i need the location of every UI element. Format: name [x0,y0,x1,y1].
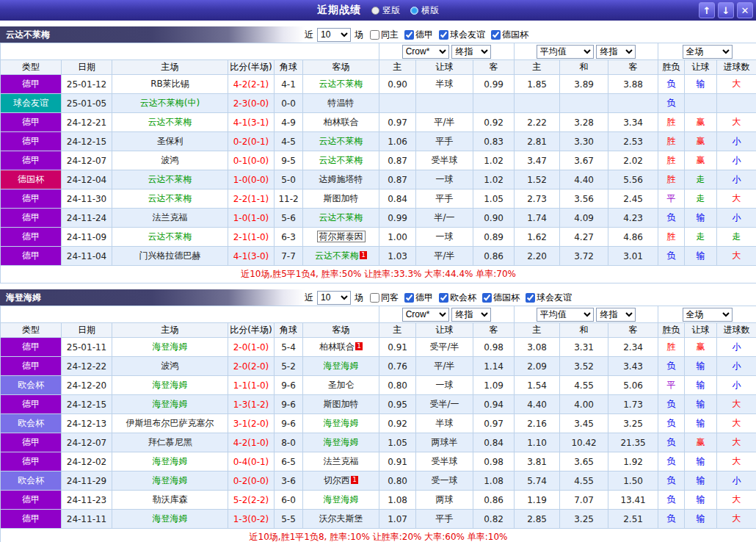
team-name[interactable]: 海登海姆 [153,380,188,390]
scroll-down-button[interactable]: ↓ [718,2,734,18]
filter-checkbox[interactable]: 同主 [370,29,399,41]
eu-away-odds: 5.56 [608,170,658,189]
corner-score: 5-5 [275,510,303,529]
team-name[interactable]: 波鸿 [161,155,179,165]
scope-select[interactable]: 全场 [683,45,733,59]
filter-checkbox[interactable]: 德甲 [404,29,433,41]
team-name[interactable]: 圣保利 [157,136,183,146]
team-name[interactable]: 海登海姆 [153,513,188,524]
team-name[interactable]: 云达不莱梅 [148,231,192,242]
team-name[interactable]: 法兰克福 [324,456,359,466]
scroll-up-button[interactable]: ↑ [699,2,715,18]
team-name[interactable]: 斯图加特 [324,399,359,409]
league-type-cell: 欧会杯 [1,471,62,491]
eu-away-odds [608,94,658,113]
team-name[interactable]: 达姆施塔特 [319,174,363,184]
team-name[interactable]: 海登海姆 [153,399,188,409]
team-name[interactable]: 波鸿 [161,361,179,371]
team-name[interactable]: 圣加仑 [328,380,355,390]
team-name[interactable]: 海登海姆 [324,418,359,428]
filter-checkbox[interactable]: 德国杯 [491,29,528,41]
team-name[interactable]: 拜仁慕尼黑 [148,437,192,447]
checkbox-input[interactable] [491,30,501,40]
team-name[interactable]: 沃尔夫斯堡 [319,513,363,524]
team-name[interactable]: 云达不莱梅 [319,79,363,89]
checkbox-input[interactable] [370,293,379,303]
asia-odds-type-select[interactable]: 终指 [451,308,491,322]
team-name[interactable]: 云达不莱梅 [148,193,192,203]
team-name[interactable]: 海登海姆 [153,342,188,352]
team-name[interactable]: 云达不莱梅 [319,155,363,165]
asia-odds-controls: Crow* 终指 [379,306,515,323]
team-name[interactable]: 海登海姆 [153,456,188,466]
europe-source-select[interactable]: 平均值 [537,308,594,322]
eu-draw-odds: 3.65 [560,452,608,471]
team-name[interactable]: 斯图加特 [324,193,359,203]
team-name[interactable]: 云达不莱梅 [148,117,192,127]
asia-home-odds: 0.90 [379,75,416,94]
team-name[interactable]: 门兴格拉德巴赫 [139,250,201,261]
team-name[interactable]: 法兰克福 [153,212,188,223]
filter-checkbox[interactable]: 球会友谊 [526,292,572,304]
asia-odds-type-select[interactable]: 终指 [451,45,491,59]
filter-checkbox[interactable]: 欧会杯 [439,292,476,304]
col-result: 胜负 [658,323,685,338]
team-name[interactable]: 柏林联合 [319,342,355,352]
home-team-cell: 圣保利 [112,132,228,151]
team-name[interactable]: 荷尔斯泰因 [317,231,366,242]
radio-vertical-label: 竖版 [382,4,400,17]
win-loss-cell: 胜 [658,228,685,247]
team-name[interactable]: 海登海姆 [324,437,359,447]
bookmaker-select[interactable]: Crow* [402,308,449,322]
team-name[interactable]: 海登海姆 [153,475,188,485]
close-button[interactable]: ✕ [737,2,753,18]
europe-odds-type-select[interactable]: 终指 [596,308,636,322]
scope-select[interactable]: 全场 [683,308,733,322]
team-name[interactable]: 特温特 [328,98,355,108]
team-name[interactable]: 勒沃库森 [153,494,188,505]
checkbox-label: 德甲 [415,292,433,304]
away-team-cell: 圣加仑 [303,376,379,395]
checkbox-input[interactable] [370,30,379,40]
team-name[interactable]: 云达不莱梅 [319,136,363,146]
europe-odds-type-select[interactable]: 终指 [596,45,636,59]
europe-source-select[interactable]: 平均值 [537,45,594,59]
team-name[interactable]: 云达不莱梅 [148,174,192,184]
team-name[interactable]: 柏林联合 [324,117,359,127]
team-name[interactable]: 云达不莱梅 [319,212,363,223]
team-name[interactable]: 云达不莱梅(中) [140,98,200,108]
radio-vertical[interactable]: 竖版 [371,4,400,17]
checkbox-input[interactable] [404,30,414,40]
checkbox-input[interactable] [526,293,535,303]
checkbox-input[interactable] [404,293,414,303]
match-count-select[interactable]: 10 [317,28,351,42]
team-name[interactable]: 切尔西 [324,475,350,485]
team-name[interactable]: 云达不莱梅 [315,250,359,261]
filter-checkbox[interactable]: 德国杯 [482,292,520,304]
col-home: 主场 [112,60,228,75]
team-name[interactable]: 伊斯坦布尔巴萨克塞尔 [126,418,214,428]
eu-home-odds: 3.47 [515,151,560,170]
asia-handicap: 半/一 [416,209,473,228]
team-name[interactable]: 海登海姆 [324,361,359,371]
red-card-badge: 1 [355,342,363,350]
away-team-cell: 海登海姆 [303,357,379,376]
team-name[interactable]: 海登海姆 [324,494,359,505]
corner-score: 8-0 [275,433,303,452]
bookmaker-select[interactable]: Crow* [402,45,449,59]
filter-checkbox[interactable]: 德甲 [404,292,433,304]
radio-horizontal[interactable]: 横版 [410,4,439,17]
checkbox-input[interactable] [439,293,448,303]
team-name[interactable]: RB莱比锡 [150,79,189,89]
col-asia-home: 主 [379,60,416,75]
filter-checkbox[interactable]: 球会友谊 [439,29,485,41]
match-score: 2-2(1-1) [228,189,275,209]
col-eu-draw: 和 [560,323,608,338]
corner-score: 3-6 [275,471,303,491]
goals-cell: 小 [717,132,756,151]
checkbox-input[interactable] [482,293,492,303]
match-count-select[interactable]: 10 [317,291,351,305]
corner-score: 5-2 [275,357,303,376]
filter-checkbox[interactable]: 同客 [370,292,399,304]
checkbox-input[interactable] [439,30,448,40]
